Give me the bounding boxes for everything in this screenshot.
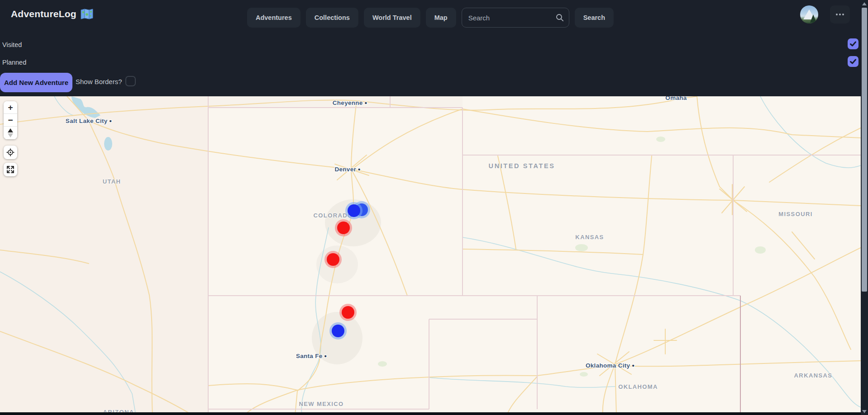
user-avatar[interactable] xyxy=(800,5,818,24)
geolocate-button[interactable] xyxy=(4,146,17,159)
header-area: AdventureLog Adventures Collections Worl… xyxy=(0,0,861,96)
nav-center-group: Adventures Collections World Travel Map … xyxy=(247,8,614,28)
nav-map-button[interactable]: Map xyxy=(426,8,456,28)
scrollbar-thumb[interactable] xyxy=(862,8,867,292)
map-canvas[interactable]: UNITED STATESUTAHCOLORADOKANSASMISSOURIN… xyxy=(0,96,861,412)
crosshair-locate-icon xyxy=(6,148,14,156)
page-scrollbar[interactable] xyxy=(861,0,868,415)
compass-button[interactable] xyxy=(4,127,17,139)
scrollbar-up-arrow-icon[interactable] xyxy=(862,2,867,5)
scrollbar-down-arrow-icon[interactable] xyxy=(862,410,867,413)
nav-right-group xyxy=(800,5,850,24)
zoom-control-group: + − xyxy=(4,101,17,139)
search-field-wrap xyxy=(462,8,569,28)
compass-south-icon xyxy=(8,133,13,137)
map-base-layer xyxy=(0,96,861,412)
zoom-in-button[interactable]: + xyxy=(4,101,17,114)
zoom-out-button[interactable]: − xyxy=(4,114,17,127)
nav-adventures-button[interactable]: Adventures xyxy=(247,8,300,28)
state-borders-layer xyxy=(208,96,861,412)
app-logo[interactable]: AdventureLog xyxy=(11,9,93,19)
checkmark-icon xyxy=(849,58,857,65)
world-map-icon xyxy=(81,9,93,19)
add-new-adventure-button[interactable]: Add New Adventure xyxy=(0,73,72,92)
visited-filter-label: Visited xyxy=(2,41,22,48)
overflow-menu-button[interactable] xyxy=(830,5,850,24)
app-title: AdventureLog xyxy=(11,9,76,19)
planned-filter-label: Planned xyxy=(2,59,26,66)
visited-adventure-marker[interactable] xyxy=(324,251,342,268)
fullscreen-expand-icon xyxy=(6,165,14,174)
planned-marker-core xyxy=(348,204,360,217)
nav-world-travel-button[interactable]: World Travel xyxy=(364,8,420,28)
ellipsis-icon xyxy=(836,14,838,15)
fullscreen-button[interactable] xyxy=(4,163,17,176)
navbar: AdventureLog Adventures Collections Worl… xyxy=(0,0,861,35)
visited-marker-core xyxy=(327,253,339,266)
vegetation-patches xyxy=(378,137,766,377)
show-borders-label: Show Borders? xyxy=(76,78,122,85)
planned-checkbox[interactable] xyxy=(848,56,858,67)
planned-marker-core xyxy=(332,325,344,337)
compass-north-icon xyxy=(8,128,13,132)
adventurelog-page: AdventureLog Adventures Collections Worl… xyxy=(0,0,868,415)
search-input[interactable] xyxy=(462,8,569,28)
search-button[interactable]: Search xyxy=(575,8,614,28)
visited-adventure-marker[interactable] xyxy=(335,219,352,236)
nav-collections-button[interactable]: Collections xyxy=(306,8,358,28)
planned-adventure-marker[interactable] xyxy=(329,322,347,340)
magnifier-icon xyxy=(556,14,564,22)
planned-adventure-marker[interactable] xyxy=(345,202,362,219)
checkmark-icon xyxy=(849,40,857,47)
show-borders-checkbox[interactable] xyxy=(125,76,136,86)
visited-marker-core xyxy=(342,306,354,319)
visited-checkbox[interactable] xyxy=(848,38,858,49)
footer-strip xyxy=(0,412,861,415)
visited-marker-core xyxy=(337,222,350,234)
visited-adventure-marker[interactable] xyxy=(339,304,357,321)
